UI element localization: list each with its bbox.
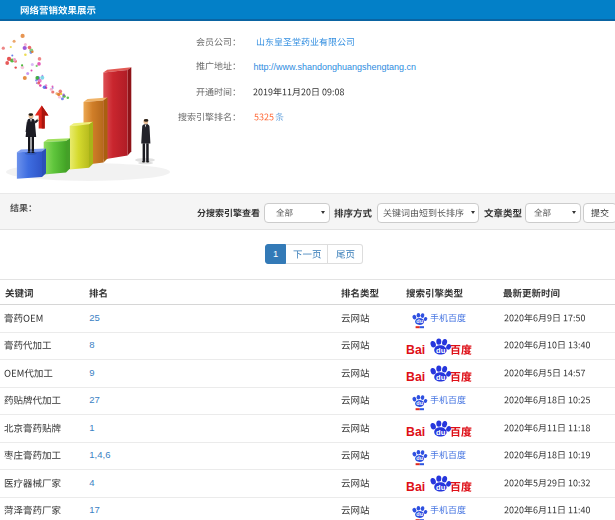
svg-text:du: du [416,511,423,517]
svg-text:Bai: Bai [406,370,425,384]
svg-text:du: du [436,428,446,437]
svg-text:Bai: Bai [406,425,425,439]
svg-text:Bai: Bai [406,480,425,494]
svg-text:du: du [436,345,446,354]
svg-text:du: du [436,373,446,382]
svg-text:du: du [416,318,423,324]
svg-text:du: du [436,483,446,492]
svg-text:du: du [416,456,423,462]
svg-text:Bai: Bai [406,343,425,357]
svg-text:du: du [416,401,423,407]
